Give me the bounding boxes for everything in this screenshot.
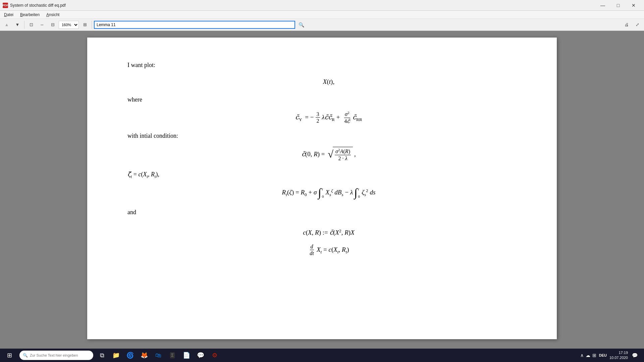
taskbar-search[interactable]: 🔍 — [19, 351, 93, 360]
clock-date: 10.07.2020 — [609, 355, 628, 360]
zoom-select[interactable]: 160% 100% 75% 50% — [59, 21, 79, 29]
cy-equation: c̃Y = − 3 2 λc̃c̃R + σ2 4c̃ c̃RR — [127, 111, 530, 124]
menu-ansicht[interactable]: Ansicht — [44, 12, 62, 18]
minimize-button[interactable]: — — [595, 0, 610, 11]
integral-symbol-1: ∫ — [318, 188, 321, 197]
firefox-icon: 🦊 — [141, 352, 148, 359]
edge-icon: 🌀 — [126, 352, 134, 359]
iv-sqrt: √ σ2A(R) 2 · λ — [328, 147, 353, 162]
cy-equals: = − — [304, 112, 314, 122]
pdf-page: I want plot: X(t), where c̃Y = − 3 2 λc̃… — [87, 38, 557, 339]
sqrt-content: σ2A(R) 2 · λ — [333, 147, 353, 162]
int2-lower: 0 — [358, 193, 360, 199]
where-text: where — [127, 96, 142, 103]
store-button[interactable]: 🛍 — [152, 349, 165, 362]
initial-value-equation: c̃(0, R) = √ σ2A(R) 2 · λ , — [127, 147, 530, 162]
taskbar-search-input[interactable] — [30, 353, 90, 357]
next-page-button[interactable]: ▼ — [13, 20, 22, 29]
notification-button[interactable]: 💬 — [629, 349, 640, 362]
close-button[interactable]: ✕ — [626, 0, 641, 11]
intro-line: I want plot: — [127, 60, 530, 70]
title-bar: PDF System of stochastic diff eq.pdf — □… — [0, 0, 644, 11]
firefox-button[interactable]: 🦊 — [138, 349, 151, 362]
expand-button[interactable]: ⤢ — [633, 20, 642, 29]
and-text: and — [127, 209, 136, 216]
window-title: System of stochastic diff eq.pdf — [10, 3, 66, 8]
int1-upper: t — [322, 186, 324, 192]
settings-button[interactable]: ⚙ — [208, 349, 221, 362]
ddt-equation: d dt Xt = c(Xt, Rt) — [127, 243, 530, 257]
and-line: and — [127, 207, 530, 217]
search-button[interactable]: 🔍 — [297, 20, 306, 29]
iv-comma: , — [354, 149, 356, 159]
clock-time: 17:19 — [609, 350, 628, 355]
toolbar: ▲ ▼ ⊡ ↔ ⊟ 160% 100% 75% 50% ⊞ 🔍 🖨 ⤢ — [0, 19, 644, 31]
task-view-button[interactable]: ⧉ — [95, 349, 109, 362]
file-explorer-button[interactable]: 📁 — [109, 349, 123, 362]
skype-button[interactable]: 💬 — [194, 349, 207, 362]
math-app-button[interactable]: Σ — [166, 349, 179, 362]
rt-integrand2: ζs2 ds — [362, 187, 375, 198]
ddt-frac: d dt — [309, 243, 315, 257]
rt-integral1: ∫ t 0 — [318, 186, 324, 200]
app-icon: PDF — [3, 3, 8, 8]
ddt-xt: Xt = c(Xt, Rt) — [317, 245, 349, 255]
integral-symbol-2: ∫ — [354, 188, 357, 197]
settings-icon: ⚙ — [212, 352, 217, 359]
rt-integrand1: Xsζ dBs − λ — [325, 187, 353, 198]
separator-1 — [24, 21, 24, 29]
acrobat-button[interactable]: 📄 — [180, 349, 193, 362]
cloud-icon[interactable]: ☁ — [586, 353, 590, 358]
separator-2 — [92, 21, 92, 29]
menu-datei[interactable]: Datei — [1, 12, 16, 18]
zeta-equation-inline: ζ̌t = c(Xt, Rt), — [127, 171, 159, 178]
notification-icon: 💬 — [632, 353, 638, 358]
task-view-icon: ⧉ — [100, 352, 104, 359]
language-indicator[interactable]: DEU — [599, 353, 607, 357]
print-button[interactable]: 🖨 — [622, 20, 631, 29]
cy-lhs: c̃Y — [295, 112, 302, 123]
zeta-line-text: ζ̌t = c(Xt, Rt), — [127, 170, 530, 180]
math-app-icon: Σ — [170, 352, 174, 358]
chevron-up-icon[interactable]: ∧ — [580, 353, 584, 358]
window-controls: — □ ✕ — [595, 0, 641, 11]
int2-limits: t 0 — [358, 186, 360, 200]
edge-browser-button[interactable]: 🌀 — [123, 349, 137, 362]
xt-equation: X(t), — [127, 77, 530, 87]
where-line: where — [127, 95, 530, 105]
fit-width-button[interactable]: ↔ — [37, 20, 47, 29]
pdf-content-area: I want plot: X(t), where c̃Y = − 3 2 λc̃… — [0, 31, 644, 349]
initial-condition-text: with intial condition: — [127, 132, 178, 139]
zoom-out-button[interactable]: ⊟ — [48, 20, 57, 29]
navigation-input[interactable] — [94, 21, 295, 29]
search-icon: 🔍 — [23, 353, 28, 358]
skype-icon: 💬 — [197, 352, 204, 359]
menu-bar: Datei Bearbeiten Ansicht — [0, 11, 644, 19]
rt-equation: Rt(ζ) = R0 + σ ∫ t 0 Xsζ dBs − λ ∫ t 0 ζ… — [127, 186, 530, 200]
menu-bearbeiten[interactable]: Bearbeiten — [17, 12, 42, 18]
clock[interactable]: 17:19 10.07.2020 — [609, 350, 628, 361]
c-def-text: c(X, R) := c̃(X2, R)X — [303, 227, 355, 238]
cy-crr: c̃RR — [353, 112, 362, 123]
taskbar-right: ∧ ☁ ⊞ DEU 17:19 10.07.2020 💬 — [578, 349, 643, 362]
c-def-equation: c(X, R) := c̃(X2, R)X — [127, 227, 530, 238]
xt-text: X(t), — [323, 77, 334, 87]
prev-page-button[interactable]: ▲ — [2, 20, 11, 29]
rt-lhs: Rt(ζ) = R0 + σ — [282, 187, 317, 198]
int1-lower: 0 — [322, 193, 324, 199]
int2-upper: t — [358, 186, 360, 192]
taskbar: ⊞ 🔍 ⧉ 📁 🌀 🦊 🛍 Σ 📄 💬 ⚙ ∧ ☁ ⊞ DEU — [0, 349, 644, 362]
cy-frac2: σ2 4c̃ — [343, 111, 351, 124]
intro-text: I want plot: — [127, 62, 155, 68]
title-bar-left: PDF System of stochastic diff eq.pdf — [3, 3, 66, 8]
initial-condition-line: with intial condition: — [127, 131, 530, 141]
start-button[interactable]: ⊞ — [1, 349, 17, 362]
store-icon: 🛍 — [155, 352, 161, 359]
maximize-button[interactable]: □ — [610, 0, 626, 11]
cy-frac1: 3 2 — [316, 111, 320, 124]
system-tray: ∧ ☁ ⊞ — [580, 353, 596, 358]
network-icon[interactable]: ⊞ — [592, 353, 596, 358]
int1-limits: t 0 — [322, 186, 324, 200]
zoom-in-button[interactable]: ⊞ — [80, 20, 90, 29]
fit-window-button[interactable]: ⊡ — [26, 20, 36, 29]
